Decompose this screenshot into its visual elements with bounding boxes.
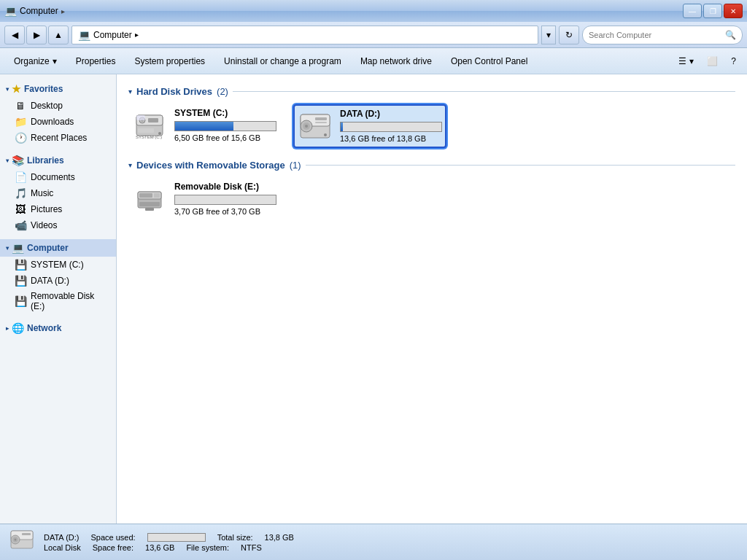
toolbar-right: ☰ ▾ ⬜ ? xyxy=(673,51,741,71)
search-box[interactable]: 🔍 xyxy=(582,26,743,44)
drive-system-c[interactable]: SYSTEM (C:) SYSTEM (C:) 6,50 GB free of … xyxy=(128,104,282,148)
back-button[interactable]: ◀ xyxy=(4,26,25,44)
properties-label: Properties xyxy=(76,56,116,66)
svg-rect-21 xyxy=(139,202,160,206)
path-computer-icon: 💻 xyxy=(78,29,90,41)
sidebar-header-network[interactable]: ▸ 🌐 Network xyxy=(0,319,116,337)
status-total-size-value: 13,8 GB xyxy=(265,533,294,542)
toolbar: Organize ▾ Properties System properties … xyxy=(0,48,747,74)
hdd-svg-c: SYSTEM (C:) xyxy=(132,108,167,143)
removable-svg-e xyxy=(132,182,167,217)
hard-disk-count: (2) xyxy=(217,86,228,97)
data-d-name: DATA (D:) xyxy=(340,109,442,119)
pictures-icon: 🖼 xyxy=(15,203,26,215)
drive-data-d[interactable]: DATA (D:) 13,6 GB free of 13,8 GB xyxy=(293,104,446,148)
network-icon: 🌐 xyxy=(12,322,24,334)
removable-e-icon: 💾 xyxy=(15,295,26,307)
open-control-label: Open Control Panel xyxy=(451,56,527,66)
map-network-button[interactable]: Map network drive xyxy=(352,51,440,71)
organize-button[interactable]: Organize ▾ xyxy=(6,51,65,71)
computer-label: Computer xyxy=(27,243,69,253)
system-properties-button[interactable]: System properties xyxy=(126,51,213,71)
address-bar: ◀ ▶ ▲ 💻 Computer ▸ ▾ ↻ 🔍 xyxy=(0,22,747,48)
removable-arrow[interactable]: ▾ xyxy=(128,161,132,169)
hard-disk-title: Hard Disk Drives xyxy=(136,86,212,97)
uninstall-button[interactable]: Uninstall or change a program xyxy=(216,51,349,71)
drive-removable-e[interactable]: Removable Disk (E:) 3,70 GB free of 3,70… xyxy=(128,178,282,220)
sidebar-item-downloads[interactable]: 📁 Downloads xyxy=(0,114,116,130)
data-d-drive-icon xyxy=(298,109,333,144)
sidebar-item-music-label: Music xyxy=(31,188,53,198)
sidebar-item-documents[interactable]: 📄 Documents xyxy=(0,169,116,185)
sidebar-item-music[interactable]: 🎵 Music xyxy=(0,185,116,201)
status-line-2: Local Disk Space free: 13,6 GB File syst… xyxy=(44,543,294,552)
removable-drives-row: Removable Disk (E:) 3,70 GB free of 3,70… xyxy=(128,178,735,220)
sidebar-header-favorites[interactable]: ▾ ★ Favorites xyxy=(0,80,116,98)
data-d-bar xyxy=(341,122,343,131)
sidebar-item-data-d-label: DATA (D:) xyxy=(31,276,69,286)
search-input[interactable] xyxy=(589,31,722,39)
status-line-1: DATA (D:) Space used: Total size: 13,8 G… xyxy=(44,533,294,542)
removable-count: (1) xyxy=(290,160,301,171)
sidebar-item-desktop-label: Desktop xyxy=(31,101,63,111)
preview-button[interactable]: ⬜ xyxy=(702,51,723,71)
main-content: ▾ ★ Favorites 🖥 Desktop 📁 Downloads 🕐 Re… xyxy=(0,74,747,524)
sidebar-item-recent-places[interactable]: 🕐 Recent Places xyxy=(0,130,116,146)
removable-e-name: Removable Disk (E:) xyxy=(174,182,278,192)
hard-disk-arrow[interactable]: ▾ xyxy=(128,88,132,96)
svg-rect-22 xyxy=(145,208,154,211)
sidebar-item-documents-label: Documents xyxy=(31,172,75,182)
title-bar: 💻 Computer ▸ — ❐ ✕ xyxy=(0,0,747,22)
address-dropdown-button[interactable]: ▾ xyxy=(541,26,556,44)
status-space-used-label: Space used: xyxy=(90,533,135,542)
sidebar: ▾ ★ Favorites 🖥 Desktop 📁 Downloads 🕐 Re… xyxy=(0,74,117,524)
address-path[interactable]: 💻 Computer ▸ xyxy=(71,26,538,44)
restore-button[interactable]: ❐ xyxy=(703,4,722,18)
status-bar: DATA (D:) Space used: Total size: 13,8 G… xyxy=(0,524,747,560)
svg-rect-20 xyxy=(154,193,160,198)
sidebar-item-removable-e-label: Removable Disk (E:) xyxy=(31,291,110,311)
sidebar-item-videos[interactable]: 📹 Videos xyxy=(0,217,116,233)
svg-rect-7 xyxy=(136,115,145,120)
sidebar-item-system-c[interactable]: 💾 SYSTEM (C:) xyxy=(0,257,116,273)
computer-expand-arrow: ▾ xyxy=(6,245,9,252)
favorites-arrow: ▾ xyxy=(6,86,9,93)
close-button[interactable]: ✕ xyxy=(724,4,743,18)
minimize-button[interactable]: — xyxy=(683,4,702,18)
path-text: Computer xyxy=(93,30,132,40)
window-title: Computer xyxy=(20,6,58,16)
status-type: Local Disk xyxy=(44,543,81,552)
libraries-label: Libraries xyxy=(27,155,64,166)
sidebar-item-desktop[interactable]: 🖥 Desktop xyxy=(0,98,116,114)
sidebar-item-pictures[interactable]: 🖼 Pictures xyxy=(0,201,116,217)
properties-button[interactable]: Properties xyxy=(68,51,124,71)
removable-line xyxy=(306,165,735,166)
refresh-button[interactable]: ↻ xyxy=(559,26,579,44)
status-fs-value: NTFS xyxy=(241,543,262,552)
title-bar-left: 💻 Computer ▸ xyxy=(4,5,683,17)
help-icon: ? xyxy=(731,56,736,66)
help-button[interactable]: ? xyxy=(726,51,741,71)
sidebar-header-libraries[interactable]: ▾ 📚 Libraries xyxy=(0,152,116,169)
sidebar-item-data-d[interactable]: 💾 DATA (D:) xyxy=(0,273,116,289)
videos-icon: 📹 xyxy=(15,219,26,231)
libraries-arrow: ▾ xyxy=(6,158,9,164)
title-arrow: ▸ xyxy=(61,7,65,15)
hdd-svg-d xyxy=(298,109,333,144)
sidebar-item-pictures-label: Pictures xyxy=(31,204,62,214)
favorites-label: Favorites xyxy=(24,84,63,94)
sidebar-header-computer[interactable]: ▾ 💻 Computer xyxy=(0,239,116,257)
nav-buttons: ◀ ▶ ▲ xyxy=(4,26,69,44)
up-button[interactable]: ▲ xyxy=(48,26,69,44)
removable-title: Devices with Removable Storage xyxy=(136,160,285,171)
status-total-size-label: Total size: xyxy=(217,533,253,542)
forward-button[interactable]: ▶ xyxy=(26,26,47,44)
system-c-drive-icon: SYSTEM (C:) xyxy=(132,108,167,143)
status-drive-icon xyxy=(9,526,35,558)
removable-e-info: Removable Disk (E:) 3,70 GB free of 3,70… xyxy=(174,182,278,216)
open-control-button[interactable]: Open Control Panel xyxy=(443,51,535,71)
sidebar-item-videos-label: Videos xyxy=(31,220,57,230)
sidebar-item-removable-e[interactable]: 💾 Removable Disk (E:) xyxy=(0,289,116,314)
view-menu-button[interactable]: ☰ ▾ xyxy=(673,51,699,71)
preview-icon: ⬜ xyxy=(707,56,718,66)
